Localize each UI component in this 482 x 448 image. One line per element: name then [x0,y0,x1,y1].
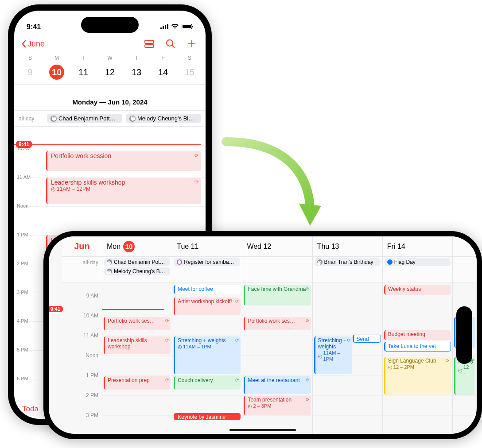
clock-icon: ◴ [458,367,463,373]
svg-rect-8 [145,45,154,47]
day-column[interactable]: Meet for coffeeArtist workshop kickoff!⟳… [172,282,242,434]
calendar-event[interactable]: Take Luna to the vet [384,342,451,351]
calendar-event[interactable]: Portfolio work session⟳ [46,151,201,171]
svg-rect-7 [145,40,154,43]
add-event-button[interactable] [185,37,198,50]
day-header: Monday — Jun 10, 2024 [14,94,206,111]
hour-label: 10 AM [83,313,98,319]
home-indicator [229,429,296,431]
hour-label: 2 PM [86,392,98,398]
svg-rect-5 [183,25,191,28]
day-column[interactable]: Weekly statusBudget meetingTake Luna to … [382,282,452,434]
day-column-header[interactable]: Thu 13 [312,236,382,256]
repeat-icon: ⟳ [165,377,169,383]
hour-label: 11 AM [83,332,98,339]
calendar-event[interactable]: Team presentation◴2 – 3PM⟳ [244,396,311,415]
event-dot-icon [107,269,112,274]
all-day-event[interactable]: Brian Tran's Birthday [315,258,381,266]
all-day-column [242,257,312,282]
calendar-event[interactable]: Weekly status [384,285,451,295]
all-day-event[interactable]: Flag Day [385,258,451,266]
weekday-label: W [97,55,123,61]
day-column-header[interactable]: Fri 14 [382,236,452,256]
calendar-event[interactable]: Sign Language Club◴12 – 2PM⟳ [384,357,451,395]
now-indicator [102,309,164,310]
repeat-icon: ⟳ [306,286,309,292]
event-dot-icon [317,259,323,265]
day-column[interactable]: FaceTime with Grandma⟳Portfolio work ses… [242,282,312,434]
svg-point-9 [167,40,173,46]
nav-bar: June [14,35,206,53]
calendar-event[interactable]: Keynote by Jasmine [174,413,241,420]
date-cell[interactable]: 14 [150,65,176,80]
now-time-badge: 9:41 [49,306,63,312]
repeat-icon: ⟳ [194,179,198,185]
calendar-event[interactable]: Leadership skills workshop⟳ [104,336,171,354]
weekday-label: S [176,55,203,61]
clock-icon: ◴ [388,364,393,370]
date-cell[interactable]: 12 [97,65,123,80]
repeat-icon: ⟳ [306,397,309,403]
date-cell[interactable]: 15 [176,65,203,80]
calendar-event[interactable]: Couch delivery⟳ [174,376,241,390]
calendar-event[interactable]: Portfolio work ses…⟳ [104,317,171,330]
weekday-label: F [150,55,176,61]
calendar-event[interactable]: Stretching + weights◴11AM – 1PM⟳ [314,336,352,374]
calendar-event[interactable]: FaceTime with Grandma⟳ [244,285,311,305]
repeat-icon: ⟳ [235,337,239,344]
calendar-event[interactable]: Presentation prep⟳ [104,376,171,390]
date-cell[interactable]: 13 [123,65,150,80]
date-cell[interactable]: 10 [43,65,70,80]
all-day-event[interactable]: Melody Cheung's B… [104,267,170,275]
calendar-event[interactable]: Budget meeting [384,330,451,340]
day-column[interactable]: Send b…Stretching + weights◴11AM – 1PM⟳ [312,282,382,434]
svg-marker-13 [299,204,321,226]
repeat-icon: ⟳ [194,153,198,158]
repeat-icon: ⟳ [165,318,169,324]
all-day-column: Flag Day [382,257,452,282]
calendar-event[interactable]: Artist workshop kickoff!⟳ [174,297,241,315]
week-header: Jun Mon10Tue 11Wed 12Thu 13Fri 14 [62,236,477,257]
repeat-icon: ⟳ [306,318,309,324]
day-column-header[interactable]: Mon10 [102,236,172,256]
svg-rect-6 [192,26,193,27]
all-day-label: all-day [19,116,43,122]
back-button[interactable]: June [21,39,45,49]
all-day-column: Chad Benjamin Pot…Melody Cheung's B… [102,257,172,282]
all-day-event[interactable]: Melody Cheung's Bi… [126,114,201,123]
repeat-icon: ⟳ [235,377,239,383]
dynamic-island [456,306,472,364]
repeat-icon: ⟳ [446,358,449,364]
weekday-label: T [123,55,150,61]
month-label[interactable]: Jun [62,236,102,256]
repeat-icon: ⟳ [306,377,309,383]
search-button[interactable] [164,37,177,50]
calendar-event[interactable]: Stretching + weights◴11AM – 1PM⟳ [174,336,241,374]
wifi-icon [171,23,179,31]
view-mode-button[interactable] [143,37,156,50]
now-time-badge: 9:41 [16,141,32,148]
calendar-event[interactable]: Leadership skills workshop◴11AM – 12PM⟳ [46,178,201,204]
day-column-header[interactable]: Tue 11 [172,236,242,256]
calendar-event[interactable]: Meet for coffee [174,285,241,294]
day-column[interactable]: Portfolio work ses…⟳Leadership skills wo… [102,282,172,434]
svg-rect-0 [160,27,162,29]
calendar-event[interactable]: Send b… [353,335,381,343]
date-cell[interactable]: 9 [17,65,43,80]
calendar-event[interactable]: Meet at the restaurant⟳ [244,376,311,394]
dynamic-island [81,17,139,33]
all-day-row: all-day Chad Benjamin Pott…Melody Cheung… [14,111,206,127]
day-column-header[interactable] [452,236,477,256]
weekday-label: S [17,55,43,61]
day-column-header[interactable]: Wed 12 [242,236,312,256]
weekday-label: T [70,55,97,61]
cellular-icon [160,23,168,31]
all-day-event[interactable]: Chad Benjamin Pott… [47,114,122,123]
all-day-event[interactable]: Chad Benjamin Pot… [104,258,170,266]
week-timeline[interactable]: 9 AM10 AM11 AMNoon1 PM2 PM3 PM9:41 Portf… [62,282,477,434]
iphone-landscape-frame: Jun Mon10Tue 11Wed 12Thu 13Fri 14 all-da… [43,231,482,439]
calendar-event[interactable]: Portfolio work ses…⟳ [244,317,311,330]
today-button[interactable]: Toda [22,405,39,413]
all-day-event[interactable]: Register for samba… [174,258,240,266]
date-cell[interactable]: 11 [70,65,97,80]
